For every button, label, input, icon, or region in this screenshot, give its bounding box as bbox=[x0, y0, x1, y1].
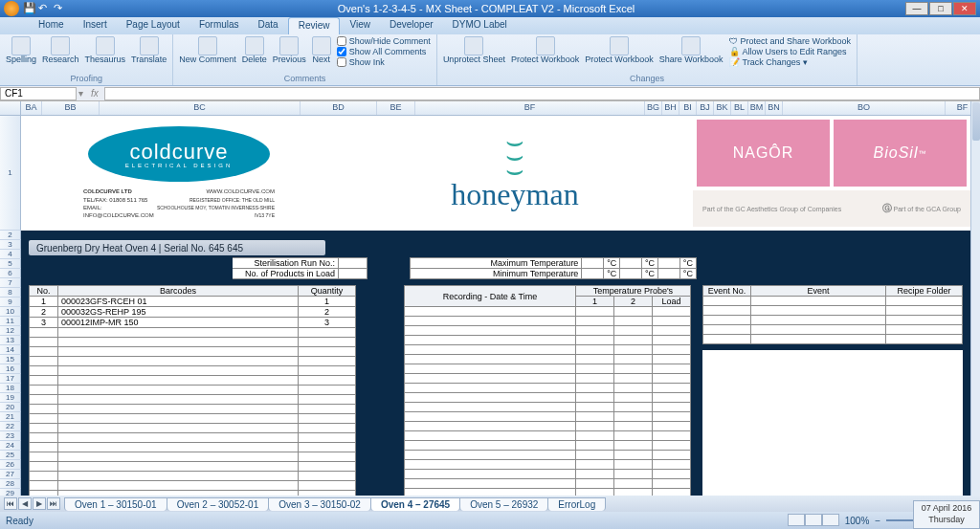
col-header[interactable]: BO bbox=[783, 101, 946, 115]
row-header[interactable]: 2 bbox=[0, 231, 21, 240]
research-button[interactable]: Research bbox=[42, 36, 79, 65]
row-header[interactable]: 18 bbox=[0, 384, 21, 393]
maximize-button[interactable]: □ bbox=[929, 2, 952, 15]
row-header[interactable]: 28 bbox=[0, 479, 21, 489]
worksheet[interactable]: 1 2 3 4 5 6 7 8 9 10 11 12 13 14 15 16 1… bbox=[0, 116, 980, 513]
event-table[interactable]: Event No.EventRecipe Folder bbox=[702, 285, 963, 344]
tab-developer[interactable]: Developer bbox=[380, 17, 443, 34]
fx-icon[interactable]: fx bbox=[85, 88, 104, 99]
tab-dymo[interactable]: DYMO Label bbox=[443, 17, 517, 34]
row-header[interactable]: 16 bbox=[0, 364, 21, 374]
next-comment-button[interactable]: Next bbox=[312, 36, 331, 65]
formula-input[interactable] bbox=[104, 87, 980, 100]
tab-review[interactable]: Review bbox=[288, 17, 341, 34]
zoom-out[interactable]: − bbox=[875, 516, 880, 526]
office-button[interactable] bbox=[4, 1, 19, 16]
col-header[interactable]: BN bbox=[766, 101, 783, 115]
tab-nav-first[interactable]: ⏮ bbox=[4, 497, 17, 510]
save-icon[interactable]: 💾 bbox=[23, 2, 36, 15]
group-label: Changes bbox=[443, 74, 851, 83]
col-header[interactable]: BK bbox=[714, 101, 731, 115]
row-header[interactable]: 19 bbox=[0, 393, 21, 403]
tab-page-layout[interactable]: Page Layout bbox=[117, 17, 189, 34]
view-buttons[interactable] bbox=[788, 514, 839, 528]
vertical-scrollbar[interactable] bbox=[970, 101, 980, 496]
recording-table[interactable]: Recording - Date & TimeTemperature Probe… bbox=[404, 285, 691, 513]
tab-data[interactable]: Data bbox=[249, 17, 288, 34]
row-header[interactable]: 17 bbox=[0, 374, 21, 384]
row-header[interactable]: 22 bbox=[0, 422, 21, 431]
col-header[interactable]: BA bbox=[21, 101, 42, 115]
row-header[interactable]: 3 bbox=[0, 240, 21, 250]
translate-button[interactable]: Translate bbox=[131, 36, 167, 65]
close-button[interactable]: ✕ bbox=[953, 2, 976, 15]
show-all-comments[interactable]: Show All Comments bbox=[337, 47, 431, 56]
track-changes[interactable]: 📝 Track Changes ▾ bbox=[729, 57, 851, 67]
row-header[interactable]: 26 bbox=[0, 460, 21, 470]
tab-formulas[interactable]: Formulas bbox=[189, 17, 249, 34]
allow-edit-ranges[interactable]: 🔓 Allow Users to Edit Ranges bbox=[729, 47, 851, 56]
row-header[interactable]: 11 bbox=[0, 317, 21, 326]
tab-view[interactable]: View bbox=[340, 17, 380, 34]
row-header[interactable]: 21 bbox=[0, 412, 21, 422]
col-header[interactable]: BJ bbox=[697, 101, 714, 115]
protect-share-button[interactable]: Protect Workbook bbox=[585, 36, 653, 65]
sheet-tab[interactable]: Oven 5 – 26932 bbox=[459, 497, 548, 511]
col-header[interactable]: BH bbox=[662, 101, 679, 115]
row-header[interactable]: 10 bbox=[0, 307, 21, 317]
col-header[interactable]: BB bbox=[42, 101, 100, 115]
row-header[interactable]: 7 bbox=[0, 278, 21, 288]
row-header[interactable]: 27 bbox=[0, 470, 21, 479]
tab-insert[interactable]: Insert bbox=[74, 17, 117, 34]
name-box[interactable]: CF1 bbox=[0, 87, 77, 100]
new-comment-button[interactable]: New Comment bbox=[179, 36, 236, 65]
zoom-level[interactable]: 100% bbox=[845, 516, 870, 526]
select-all-corner[interactable] bbox=[0, 101, 21, 115]
row-header[interactable]: 4 bbox=[0, 250, 21, 259]
row-header[interactable]: 12 bbox=[0, 326, 21, 336]
prev-comment-button[interactable]: Previous bbox=[273, 36, 306, 65]
col-header[interactable]: BL bbox=[731, 101, 748, 115]
sheet-tab[interactable]: Oven 2 – 30052-01 bbox=[167, 497, 270, 511]
row-header[interactable]: 9 bbox=[0, 298, 21, 307]
col-header[interactable]: BF bbox=[415, 101, 645, 115]
row-header[interactable]: 5 bbox=[0, 259, 21, 269]
show-ink[interactable]: Show Ink bbox=[337, 57, 431, 67]
row-header[interactable]: 13 bbox=[0, 336, 21, 345]
tab-nav-last[interactable]: ⏭ bbox=[47, 497, 60, 510]
sheet-tab[interactable]: Oven 1 – 30150-01 bbox=[64, 497, 167, 511]
redo-icon[interactable]: ↷ bbox=[54, 2, 67, 15]
spelling-button[interactable]: Spelling bbox=[6, 36, 36, 65]
tab-nav-prev[interactable]: ◀ bbox=[18, 497, 32, 510]
row-header[interactable]: 8 bbox=[0, 288, 21, 298]
col-header[interactable]: BC bbox=[100, 101, 301, 115]
row-header[interactable]: 1 bbox=[0, 116, 21, 231]
barcode-table[interactable]: No.BarcodesQuantity 1000023GFS-RCEH 011 … bbox=[29, 285, 356, 513]
protect-workbook-button[interactable]: Protect Workbook bbox=[511, 36, 579, 65]
sheet-tab[interactable]: Oven 3 – 30150-02 bbox=[268, 497, 371, 511]
sheet-tab-active[interactable]: Oven 4 – 27645 bbox=[370, 497, 460, 511]
protect-share-wb[interactable]: 🛡 Protect and Share Workbook bbox=[729, 36, 851, 46]
row-header[interactable]: 6 bbox=[0, 269, 21, 278]
row-header[interactable]: 15 bbox=[0, 355, 21, 364]
col-header[interactable]: BM bbox=[748, 101, 766, 115]
col-header[interactable]: BE bbox=[377, 101, 415, 115]
tab-nav-next[interactable]: ▶ bbox=[33, 497, 46, 510]
col-header[interactable]: BD bbox=[301, 101, 377, 115]
undo-icon[interactable]: ↶ bbox=[38, 2, 52, 15]
minimize-button[interactable]: — bbox=[905, 2, 928, 15]
row-header[interactable]: 20 bbox=[0, 403, 21, 412]
share-workbook-button[interactable]: Share Workbook bbox=[659, 36, 724, 65]
unprotect-sheet-button[interactable]: Unprotect Sheet bbox=[443, 36, 505, 65]
row-header[interactable]: 23 bbox=[0, 431, 21, 441]
row-header[interactable]: 14 bbox=[0, 345, 21, 355]
sheet-tab[interactable]: ErrorLog bbox=[547, 497, 606, 511]
tab-home[interactable]: Home bbox=[29, 17, 74, 34]
row-header[interactable]: 25 bbox=[0, 451, 21, 460]
col-header[interactable]: BI bbox=[679, 101, 697, 115]
show-hide-comment[interactable]: Show/Hide Comment bbox=[337, 36, 431, 46]
delete-comment-button[interactable]: Delete bbox=[242, 36, 267, 65]
row-header[interactable]: 24 bbox=[0, 441, 21, 451]
thesaurus-button[interactable]: Thesaurus bbox=[85, 36, 126, 65]
col-header[interactable]: BG bbox=[645, 101, 662, 115]
